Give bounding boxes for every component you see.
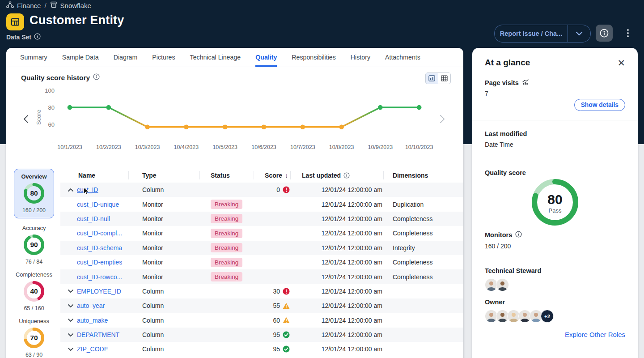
asset-link[interactable]: cust_ID	[77, 186, 98, 193]
status-badge: Breaking	[211, 200, 242, 209]
breadcrumb-item-finance[interactable]: Finance	[6, 1, 41, 9]
expand-caret-icon[interactable]	[60, 347, 77, 351]
panel-title: At a glance	[485, 58, 530, 68]
status-cell: Breaking	[200, 258, 254, 267]
table-view-icon[interactable]	[438, 73, 450, 84]
avatar[interactable]	[496, 278, 509, 291]
info-icon[interactable]	[34, 33, 41, 41]
y-tick: 80	[48, 104, 55, 111]
table-row[interactable]: cust_IDColumn012/01/24 12:00:00 am	[60, 183, 463, 197]
sort-desc-icon[interactable]: ↓	[285, 172, 288, 179]
show-details-button[interactable]: Show details	[574, 99, 625, 111]
last-modified-value: Date Time	[485, 141, 625, 148]
type-cell: Monitor	[129, 259, 200, 266]
asset-link[interactable]: EMPLOYEE_ID	[77, 288, 121, 295]
type-cell: Monitor	[129, 244, 200, 251]
tab-technical-lineage[interactable]: Technical Lineage	[190, 48, 241, 67]
tab-responsibilities[interactable]: Responsibilities	[292, 48, 336, 67]
info-button[interactable]	[596, 25, 613, 42]
last-updated-cell: 12/01/24 12:00:00 am	[291, 259, 384, 266]
dimension-cell: Duplication	[384, 201, 463, 208]
info-icon[interactable]	[515, 231, 522, 239]
chart-prev-chevron-icon[interactable]	[24, 115, 28, 123]
expand-caret-icon[interactable]	[60, 333, 77, 337]
table-row[interactable]: cust_ID-emptiesMonitorBreaking12/01/24 1…	[60, 255, 463, 269]
kebab-menu-icon[interactable]	[624, 26, 631, 40]
expand-caret-icon[interactable]	[60, 304, 77, 308]
table-row[interactable]: DEPARTMENTColumn9512/01/24 12:00:00 am	[60, 328, 463, 342]
chart-data-point	[417, 105, 422, 110]
column-header-name[interactable]: Name	[60, 168, 129, 183]
chevron-down-icon[interactable]	[568, 31, 590, 36]
info-icon[interactable]	[93, 73, 100, 82]
tab-history[interactable]: History	[351, 48, 370, 67]
tab-summary[interactable]: Summary	[20, 48, 47, 67]
column-header-status[interactable]: Status	[200, 168, 254, 183]
status-badge: Breaking	[211, 229, 242, 238]
x-tick: 10/1/2023	[57, 144, 82, 150]
chart-next-chevron-icon[interactable]	[441, 115, 444, 123]
asset-link[interactable]: cust_ID-rowco...	[77, 273, 122, 281]
score-cell: 95	[254, 345, 291, 353]
status-cell: Breaking	[200, 272, 254, 281]
table-row[interactable]: cust_ID-schemaMonitorBreaking12/01/24 12…	[60, 241, 463, 255]
collapse-caret-icon[interactable]	[60, 188, 77, 192]
expand-caret-icon[interactable]	[60, 289, 77, 293]
asset-link[interactable]: auto_make	[77, 317, 108, 324]
table-row[interactable]: ZIP_CODEColumn9512/01/24 12:00:00 am	[60, 342, 463, 356]
x-tick: 10/6/2023	[251, 144, 276, 150]
chart-data-point	[184, 124, 189, 129]
owner-label: Owner	[485, 298, 625, 306]
asset-link[interactable]: DEPARTMENT	[77, 331, 119, 338]
score-nav-accuracy[interactable]: Accuracy9076 / 84	[22, 225, 46, 265]
asset-link[interactable]: auto_year	[77, 302, 105, 309]
chart-data-point	[301, 124, 305, 129]
at-a-glance-panel: At a glance ✕ Page visits 7 Show details…	[472, 48, 638, 358]
asset-link[interactable]: cust_ID-unique	[77, 201, 119, 208]
monitors-value: 160 / 200	[485, 243, 625, 250]
dimension-cell: Completeness	[384, 215, 463, 222]
type-cell: Column	[129, 302, 200, 309]
table-row[interactable]: auto_yearColumn5512/01/24 12:00:00 am	[60, 298, 463, 313]
column-header-score[interactable]: Score↓	[254, 168, 291, 183]
asset-link[interactable]: cust_ID-schema	[77, 244, 122, 251]
page-title: Customer Entity	[30, 13, 124, 27]
score-nav-overview[interactable]: Overview80160 / 200	[14, 169, 54, 218]
score-nav-completeness[interactable]: Completeness4065 / 160	[16, 271, 52, 311]
quality-score-donut: 80Pass	[485, 179, 625, 226]
tab-quality[interactable]: Quality	[255, 48, 277, 67]
last-updated-cell: 12/01/24 12:00:00 am	[291, 317, 384, 324]
page-visits-label: Page visits	[485, 79, 625, 86]
score-cell: 0	[254, 186, 291, 193]
table-row[interactable]: cust_ID-nullMonitorBreaking12/01/24 12:0…	[60, 212, 463, 226]
asset-link[interactable]: ZIP_CODE	[77, 345, 108, 353]
last-updated-cell: 12/01/24 12:00:00 am	[291, 201, 384, 208]
info-icon[interactable]	[343, 172, 350, 179]
tab-diagram[interactable]: Diagram	[114, 48, 138, 67]
column-header-last-updated[interactable]: Last updated	[291, 168, 384, 183]
table-row[interactable]: auto_makeColumn6012/01/24 12:00:00 am	[60, 313, 463, 328]
tab-attachments[interactable]: Attachments	[385, 48, 420, 67]
table-body: cust_IDColumn012/01/24 12:00:00 amcust_I…	[60, 183, 463, 357]
breadcrumb-item-snowflake[interactable]: Snowflake	[50, 1, 91, 9]
table-row[interactable]: cust_ID-rowco...MonitorBreaking12/01/24 …	[60, 269, 463, 284]
table-row[interactable]: EMPLOYEE_IDColumn3012/01/24 12:00:00 am	[60, 284, 463, 298]
chart-data-point	[145, 124, 150, 129]
asset-link[interactable]: cust_ID-compl...	[77, 230, 122, 237]
table-row[interactable]: cust_ID-uniqueMonitorBreaking12/01/24 12…	[60, 197, 463, 211]
expand-caret-icon[interactable]	[60, 318, 77, 322]
score-nav-uniqueness[interactable]: Uniqueness7063 / 90	[19, 318, 49, 358]
x-tick: 10/2/2023	[96, 144, 121, 150]
close-icon[interactable]: ✕	[617, 58, 625, 68]
column-header-type[interactable]: Type	[129, 168, 200, 183]
explore-other-roles-link[interactable]: Explore Other Roles	[565, 331, 625, 338]
column-header-dimensions[interactable]: Dimensions	[384, 168, 463, 183]
avatar-overflow-badge[interactable]: +2	[541, 310, 554, 323]
asset-link[interactable]: cust_ID-empties	[77, 259, 122, 266]
tab-sample-data[interactable]: Sample Data	[62, 48, 99, 67]
tab-pictures[interactable]: Pictures	[152, 48, 175, 67]
table-row[interactable]: cust_ID-compl...MonitorBreaking12/01/24 …	[60, 226, 463, 240]
asset-link[interactable]: cust_ID-null	[77, 215, 110, 222]
chart-view-icon[interactable]	[426, 73, 438, 84]
report-issue-button[interactable]: Report Issue / Cha...	[494, 25, 591, 43]
